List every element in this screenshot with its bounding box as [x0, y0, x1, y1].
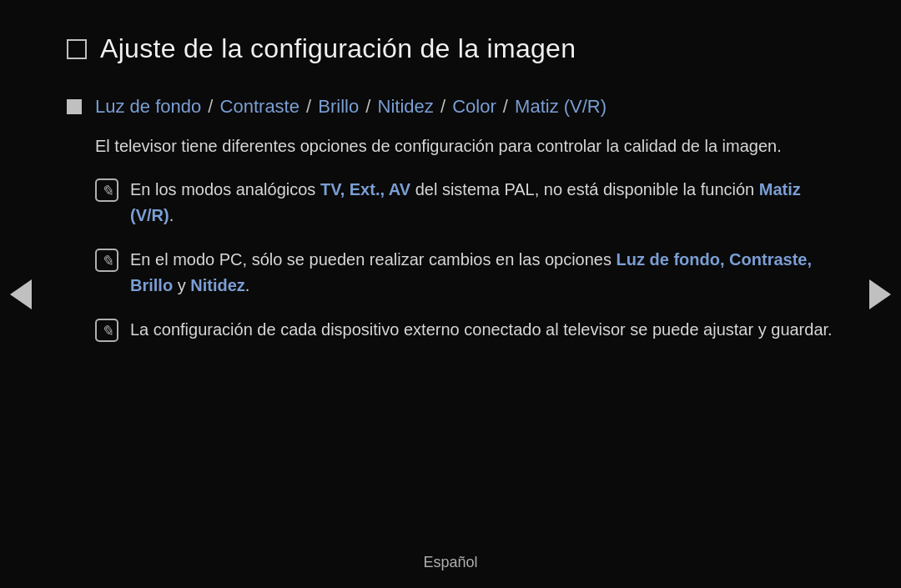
- section-body: El televisor tiene diferentes opciones d…: [95, 133, 834, 343]
- note-icon-3: ✎: [95, 319, 118, 342]
- svg-text:✎: ✎: [101, 253, 113, 269]
- page-title: Ajuste de la configuración de la imagen: [100, 33, 576, 64]
- square-bullet-icon: [67, 99, 82, 114]
- sep-2: /: [301, 96, 316, 117]
- link-matiz-vr-note1[interactable]: Matiz (V/R): [130, 180, 801, 224]
- checkbox-icon: [67, 39, 87, 59]
- note-icon-1: ✎: [95, 178, 118, 202]
- body-paragraph: El televisor tiene diferentes opciones d…: [95, 133, 834, 158]
- right-arrow-icon: [869, 279, 891, 309]
- link-matiz[interactable]: Matiz (V/R): [515, 96, 607, 117]
- main-section: Luz de fondo / Contraste / Brillo / Niti…: [67, 94, 834, 343]
- link-brillo[interactable]: Brillo: [318, 96, 359, 117]
- language-label: Español: [423, 554, 477, 570]
- left-arrow-icon: [10, 279, 32, 309]
- page-title-container: Ajuste de la configuración de la imagen: [67, 33, 834, 64]
- note-item-2: ✎ En el modo PC, sólo se pueden realizar…: [95, 247, 834, 299]
- nav-arrow-left[interactable]: [8, 274, 33, 315]
- section-header: Luz de fondo / Contraste / Brillo / Niti…: [67, 94, 834, 120]
- link-nitidez[interactable]: Nitidez: [378, 96, 434, 117]
- note-text-1: En los modos analógicos TV, Ext., AV del…: [130, 177, 834, 229]
- link-tv-ext-av[interactable]: TV, Ext., AV: [320, 180, 410, 199]
- footer-language: Español: [423, 554, 477, 571]
- svg-text:✎: ✎: [101, 183, 113, 199]
- note-item-3: ✎ La configuración de cada dispositivo e…: [95, 317, 834, 343]
- link-nitidez-note2[interactable]: Nitidez: [190, 276, 245, 294]
- note-icon-2: ✎: [95, 249, 118, 272]
- svg-text:✎: ✎: [101, 323, 113, 339]
- sep-1: /: [203, 96, 218, 117]
- main-container: Ajuste de la configuración de la imagen …: [0, 0, 901, 588]
- nav-arrow-right[interactable]: [868, 274, 893, 315]
- link-luz-de-fondo[interactable]: Luz de fondo: [95, 96, 201, 117]
- section-links: Luz de fondo / Contraste / Brillo / Niti…: [95, 94, 607, 120]
- note-text-2: En el modo PC, sólo se pueden realizar c…: [130, 247, 834, 299]
- sep-5: /: [498, 96, 513, 117]
- link-color[interactable]: Color: [452, 96, 496, 117]
- sep-3: /: [360, 96, 375, 117]
- sep-4: /: [435, 96, 450, 117]
- link-contraste[interactable]: Contraste: [220, 96, 299, 117]
- note-item-1: ✎ En los modos analógicos TV, Ext., AV d…: [95, 177, 834, 229]
- note-text-3: La configuración de cada dispositivo ext…: [130, 317, 833, 343]
